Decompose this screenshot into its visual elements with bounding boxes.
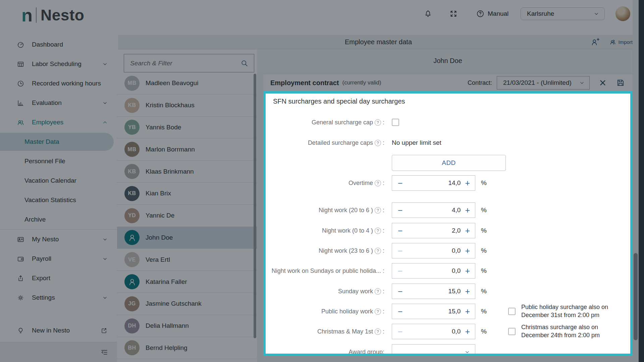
sidebar-item-label: Dashboard [32,41,63,48]
stepper-value[interactable]: 4,0 [403,206,465,214]
form-row-christmas: Christmas & May 1st: − 0,0 + % Christmas… [273,323,627,340]
employee-row[interactable]: YDYannic De [117,205,257,227]
sidebar-item-payroll[interactable]: Payroll [0,249,117,268]
person-icon [127,277,137,287]
search-input[interactable] [124,59,240,67]
stepper-plus-button[interactable]: + [465,307,470,316]
employee-row[interactable]: VEVera Ertl [117,249,257,271]
stepper-value[interactable]: 0,0 [403,328,465,335]
sidebar-subitem-vacation-calendar[interactable]: Vacation Calendar [0,171,117,190]
manual-label: Manual [488,10,508,17]
stepper-value[interactable]: 0,0 [403,247,465,254]
stepper-value[interactable]: 2,0 [403,227,465,234]
page-scrollbar[interactable] [633,0,639,362]
employee-row[interactable]: JGJasmine Gutschank [117,293,257,315]
scrollbar-thumb[interactable] [254,74,256,338]
stepper-minus-button[interactable]: − [398,179,403,187]
sidebar-subitem-label: Vacation Statistics [24,196,76,204]
search-icon[interactable] [240,59,249,67]
stepper-value[interactable]: 15,0 [403,288,465,295]
stepper-minus-button[interactable]: − [398,247,403,255]
chevron-down-icon [593,10,600,17]
employee-row[interactable]: BHBernd Helpling [117,337,257,359]
stepper-plus-button[interactable]: + [465,247,470,255]
form-row-sunday-work: Sunday work: − 15,0 + % [273,283,627,299]
sidebar-item-label: Employees [32,119,63,126]
location-select[interactable]: Karlsruhe [521,7,605,20]
save-icon[interactable] [616,78,625,87]
help-icon[interactable] [375,207,381,214]
public-holiday-surcharge-checkbox[interactable] [508,308,516,315]
employee-row[interactable]: John Doe [117,227,257,249]
contract-select[interactable]: 21/03/2021 - (Unlimited) [497,76,590,89]
help-icon[interactable] [375,328,381,335]
field-label: Public holiday work [321,308,373,315]
contract-status: (currently valid) [342,79,381,86]
stepper-value[interactable]: 15,0 [403,308,465,315]
external-link-icon[interactable] [100,327,108,334]
user-avatar[interactable] [615,6,630,21]
award-group-select[interactable] [392,344,475,356]
employee-row[interactable]: MBMarlon Borrmann [117,138,257,161]
help-icon[interactable] [375,119,381,126]
add-employee-icon[interactable] [590,37,600,47]
contract-controls: Contract: 21/03/2021 - (Unlimited) [468,74,633,91]
stepper-plus-button[interactable]: + [465,327,470,336]
employee-row[interactable]: DHDelia Hallmann [117,315,257,337]
add-button[interactable]: ADD [392,155,506,171]
fullscreen-expand-icon[interactable] [449,9,458,18]
sidebar-subitem-vacation-statistics[interactable]: Vacation Statistics [0,190,117,210]
sidebar-subitem-archive[interactable]: Archive [0,210,117,229]
sidebar-item-export[interactable]: Export [0,268,117,288]
employee-row[interactable]: KBKristin Blockhaus [117,95,257,117]
employee-list-scrollbar[interactable] [254,74,256,362]
collapse-sidebar-icon[interactable] [100,348,108,356]
employee-row[interactable]: KBKlaas Brinkmann [117,161,257,183]
help-icon[interactable] [375,308,381,315]
employee-row[interactable]: YBYannis Bode [117,117,257,139]
christmas-surcharge-checkbox[interactable] [508,328,516,335]
stepper-plus-button[interactable]: + [465,179,470,187]
help-icon[interactable] [375,140,381,146]
stepper-plus-button[interactable]: + [465,227,470,235]
stepper-minus-button[interactable]: − [398,206,403,215]
sidebar-item-my-nesto[interactable]: My Nesto [0,229,117,249]
help-icon[interactable] [375,288,381,295]
sidebar-subitem-personnel-file[interactable]: Personnel File [0,152,117,171]
stepper-value[interactable]: 14,0 [403,179,465,187]
sidebar-subitem-master-data[interactable]: Master Data [0,133,114,151]
stepper-plus-button[interactable]: + [465,287,470,296]
sidebar-item-dashboard[interactable]: Dashboard [0,35,117,54]
stepper-value[interactable]: 0,0 [403,267,465,275]
avatar: YB [124,120,140,135]
sidebar-item-recorded-working-hours[interactable]: Recorded working hours [0,74,117,93]
sidebar-item-evaluation[interactable]: Evaluation [0,93,117,113]
manual-button[interactable]: Manual [476,9,508,18]
stepper-minus-button[interactable]: − [398,287,403,296]
general-surcharge-cap-checkbox[interactable] [392,119,399,126]
employee-row[interactable]: Katarina Faller [117,271,257,293]
stepper-plus-button[interactable]: + [465,206,470,215]
stepper-minus-button[interactable]: − [398,227,403,235]
employee-row[interactable]: MBMadleen Beavogui [117,72,257,95]
close-icon[interactable] [598,78,607,87]
scrollbar-thumb[interactable] [634,253,638,340]
stepper-minus-button[interactable]: − [398,307,403,316]
sidebar-item-labor-scheduling[interactable]: Labor Scheduling [0,54,117,74]
topbar: n Nesto Manual Karlsruhe [0,0,639,35]
help-icon[interactable] [375,180,381,186]
field-label: Sunday work [338,288,373,295]
sidebar-item-employees[interactable]: Employees [0,113,117,132]
sidebar-item-settings[interactable]: Settings [0,288,117,307]
help-icon[interactable] [375,248,381,254]
stepper-plus-button[interactable]: + [465,267,470,275]
sidebar: DashboardLabor SchedulingRecorded workin… [0,0,117,362]
notifications-bell-icon[interactable] [424,9,432,18]
sidebar-item-new-in-nesto[interactable]: New in Nesto [0,322,117,339]
employee-row[interactable]: KBKian Brix [117,183,257,205]
form-row-night-23-6: Night work (23 to 6 ): − 0,0 + % [273,243,627,259]
stepper-minus-button[interactable]: − [398,327,403,336]
import-button[interactable]: Import [608,38,633,47]
help-icon[interactable] [375,228,381,234]
stepper-minus-button[interactable]: − [398,267,403,275]
